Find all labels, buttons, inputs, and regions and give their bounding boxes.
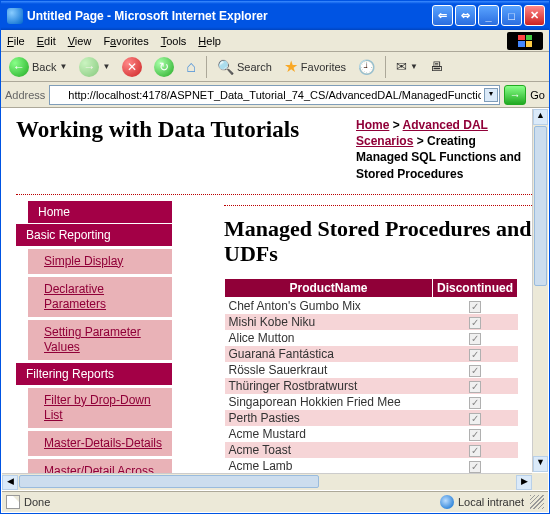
help-button-2[interactable]: ⇔ [455, 5, 476, 26]
back-button[interactable]: ←Back ▼ [5, 55, 71, 79]
minimize-button[interactable]: _ [478, 5, 499, 26]
scroll-thumb-h[interactable] [19, 475, 319, 488]
table-row: Acme Mustard✓ [225, 426, 518, 442]
crumb-home[interactable]: Home [356, 118, 389, 132]
cell-discontinued: ✓ [432, 330, 517, 346]
status-bar: Done Local intranet [2, 491, 548, 512]
horizontal-scrollbar[interactable]: ◀ ▶ [2, 473, 532, 490]
cell-discontinued: ✓ [432, 314, 517, 330]
scroll-up-icon[interactable]: ▲ [533, 109, 548, 125]
address-input-wrap: ▾ [49, 85, 500, 105]
search-button[interactable]: 🔍Search [213, 57, 276, 77]
nav-declarative-params[interactable]: Declarative Parameters [28, 277, 172, 317]
cell-productname: Rössle Sauerkraut [225, 362, 433, 378]
toolbar-separator [206, 56, 207, 78]
cell-productname: Chef Anton's Gumbo Mix [225, 298, 433, 315]
window-title: Untitled Page - Microsoft Internet Explo… [27, 9, 432, 23]
scroll-right-icon[interactable]: ▶ [516, 475, 532, 490]
zone-icon [440, 495, 454, 509]
menu-favorites[interactable]: Favorites [103, 35, 148, 47]
forward-button[interactable]: →▼ [75, 55, 114, 79]
address-input[interactable] [49, 85, 500, 105]
cell-discontinued: ✓ [432, 378, 517, 394]
history-button[interactable]: 🕘 [354, 57, 379, 77]
table-row: Perth Pasties✓ [225, 410, 518, 426]
cell-productname: Singaporean Hokkien Fried Mee [225, 394, 433, 410]
maximize-button[interactable]: □ [501, 5, 522, 26]
home-button[interactable]: ⌂ [182, 56, 200, 78]
scroll-thumb[interactable] [534, 126, 547, 286]
checkbox-disabled-checked: ✓ [469, 445, 481, 457]
scroll-left-icon[interactable]: ◀ [2, 475, 18, 490]
breadcrumb: Home > Advanced DAL Scenarios > Creating… [356, 117, 548, 182]
cell-discontinued: ✓ [432, 426, 517, 442]
refresh-button[interactable]: ↻ [150, 55, 178, 79]
nav-filter-dropdown[interactable]: Filter by Drop-Down List [28, 388, 172, 428]
table-row: Chef Anton's Gumbo Mix✓ [225, 298, 518, 315]
address-label: Address [5, 89, 45, 101]
checkbox-disabled-checked: ✓ [469, 413, 481, 425]
cell-productname: Acme Mustard [225, 426, 433, 442]
cell-productname: Guaraná Fantástica [225, 346, 433, 362]
table-row: Rössle Sauerkraut✓ [225, 362, 518, 378]
cell-discontinued: ✓ [432, 410, 517, 426]
cell-productname: Thüringer Rostbratwurst [225, 378, 433, 394]
checkbox-disabled-checked: ✓ [469, 461, 481, 473]
favorites-label: Favorites [301, 61, 346, 73]
cell-discontinued: ✓ [432, 362, 517, 378]
checkbox-disabled-checked: ✓ [469, 301, 481, 313]
nav-simple-display[interactable]: Simple Display [28, 249, 172, 274]
checkbox-disabled-checked: ✓ [469, 365, 481, 377]
table-row: Singaporean Hokkien Fried Mee✓ [225, 394, 518, 410]
table-row: Alice Mutton✓ [225, 330, 518, 346]
vertical-scrollbar[interactable]: ▲ ▼ [532, 109, 548, 472]
menu-tools[interactable]: Tools [161, 35, 187, 47]
content-area: Working with Data Tutorials Home > Advan… [2, 109, 548, 490]
table-row: Thüringer Rostbratwurst✓ [225, 378, 518, 394]
checkbox-disabled-checked: ✓ [469, 429, 481, 441]
checkbox-disabled-checked: ✓ [469, 397, 481, 409]
checkbox-disabled-checked: ✓ [469, 317, 481, 329]
sidebar-nav: Home Basic Reporting Simple Display Decl… [16, 201, 172, 490]
search-icon: 🔍 [217, 59, 234, 75]
col-productname[interactable]: ProductName [225, 279, 433, 298]
main-heading: Managed Stored Procedures and UDFs [224, 216, 548, 267]
address-dropdown[interactable]: ▾ [484, 88, 498, 102]
menu-edit[interactable]: Edit [37, 35, 56, 47]
mail-button[interactable]: ✉▼ [392, 57, 422, 76]
stop-button[interactable]: ✕ [118, 55, 146, 79]
cell-discontinued: ✓ [432, 394, 517, 410]
star-icon: ★ [284, 57, 298, 76]
table-row: Acme Lamb✓ [225, 458, 518, 474]
col-discontinued[interactable]: Discontinued [432, 279, 517, 298]
help-button[interactable]: ⇐ [432, 5, 453, 26]
favorites-button[interactable]: ★Favorites [280, 55, 350, 78]
close-button[interactable]: ✕ [524, 5, 545, 26]
products-grid: ProductName Discontinued Chef Anton's Gu… [224, 278, 518, 474]
table-row: Mishi Kobe Niku✓ [225, 314, 518, 330]
windows-flag-icon [507, 32, 543, 50]
menu-help[interactable]: Help [198, 35, 221, 47]
resize-grip[interactable] [530, 495, 544, 509]
nav-filtering-reports[interactable]: Filtering Reports [16, 363, 172, 385]
scroll-down-icon[interactable]: ▼ [533, 456, 548, 472]
menu-view[interactable]: View [68, 35, 92, 47]
nav-basic-reporting[interactable]: Basic Reporting [16, 224, 172, 246]
menu-file[interactable]: File [7, 35, 25, 47]
toolbar: ←Back ▼ →▼ ✕ ↻ ⌂ 🔍Search ★Favorites 🕘 ✉▼… [1, 52, 549, 82]
cell-productname: Mishi Kobe Niku [225, 314, 433, 330]
back-label: Back [32, 61, 56, 73]
address-bar: Address ▾ → Go [1, 82, 549, 108]
cell-discontinued: ✓ [432, 458, 517, 474]
print-button[interactable]: 🖶 [426, 57, 447, 76]
nav-home[interactable]: Home [28, 201, 172, 223]
nav-master-details[interactable]: Master-Details-Details [28, 431, 172, 456]
nav-setting-param-values[interactable]: Setting Parameter Values [28, 320, 172, 360]
go-button[interactable]: → [504, 85, 526, 105]
document-icon [6, 495, 20, 509]
menu-bar: File Edit View Favorites Tools Help [1, 30, 549, 52]
cell-productname: Acme Toast [225, 442, 433, 458]
checkbox-disabled-checked: ✓ [469, 333, 481, 345]
table-row: Acme Toast✓ [225, 442, 518, 458]
status-text: Done [24, 496, 50, 508]
